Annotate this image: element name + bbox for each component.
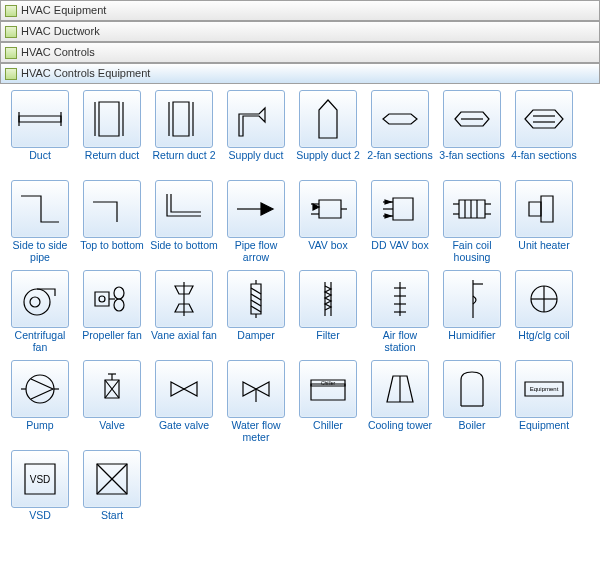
svg-line-46 (251, 300, 261, 306)
gate-valve-icon (155, 360, 213, 418)
stencil-return-duct[interactable]: Return duct (78, 90, 146, 174)
stencil-3-fan-sections[interactable]: 3-fan sections (438, 90, 506, 174)
svg-rect-6 (173, 102, 189, 136)
stencil-label: Supply duct 2 (294, 150, 362, 174)
stencil-boiler[interactable]: Boiler (438, 360, 506, 444)
category-3[interactable]: HVAC Controls Equipment (0, 63, 600, 84)
stencil-water-flow-meter[interactable]: Water flow meter (222, 360, 290, 444)
pipe-flow-arrow-icon (227, 180, 285, 238)
fan-coil-housing-icon (443, 180, 501, 238)
equipment-icon: Equipment (515, 360, 573, 418)
vane-axial-fan-icon (155, 270, 213, 328)
supply-duct-icon (227, 90, 285, 148)
category-0[interactable]: HVAC Equipment (0, 0, 600, 21)
stencil-side-to-side-pipe[interactable]: Side to side pipe (6, 180, 74, 264)
stencil-centrifugal-fan[interactable]: Centrifugal fan (6, 270, 74, 354)
stencil-label: Return duct 2 (150, 150, 218, 174)
stencil-label: Cooling tower (366, 420, 434, 444)
stencil-vav-box[interactable]: VAV box (294, 180, 362, 264)
stencil-htg-clg-coil[interactable]: Htg/clg coil (510, 270, 578, 354)
category-icon (5, 26, 17, 38)
stencil-label: Propeller fan (78, 330, 146, 354)
side-to-side-pipe-icon (11, 180, 69, 238)
stencil-4-fan-sections[interactable]: 4-fan sections (510, 90, 578, 174)
humidifier-icon (443, 270, 501, 328)
svg-marker-13 (261, 203, 273, 215)
stencil-pipe-flow-arrow[interactable]: Pipe flow arrow (222, 180, 290, 264)
stencil-top-to-bottom[interactable]: Top to bottom (78, 180, 146, 264)
stencil-label: 4-fan sections (510, 150, 578, 174)
stencil-propeller-fan[interactable]: Propeller fan (78, 270, 146, 354)
stencil-filter[interactable]: Filter (294, 270, 362, 354)
stencil-label: Return duct (78, 150, 146, 174)
stencil-label: Htg/clg coil (510, 330, 578, 354)
stencil-label: Chiller (294, 420, 362, 444)
svg-rect-34 (529, 202, 541, 216)
svg-rect-33 (541, 196, 553, 222)
stencil-label: Centrifugal fan (6, 330, 74, 354)
water-flow-meter-icon (227, 360, 285, 418)
stencil-label: Pipe flow arrow (222, 240, 290, 264)
stencil-dd-vav-box[interactable]: DD VAV box (366, 180, 434, 264)
stencil-vane-axial-fan[interactable]: Vane axial fan (150, 270, 218, 354)
chiller-icon: Chiller (299, 360, 357, 418)
svg-text:VSD: VSD (30, 474, 51, 485)
stencil-side-to-bottom[interactable]: Side to bottom (150, 180, 218, 264)
svg-rect-19 (393, 198, 413, 220)
stencil-panel: HVAC EquipmentHVAC DuctworkHVAC Controls… (0, 0, 600, 540)
stencil-air-flow-station[interactable]: Air flow station (366, 270, 434, 354)
stencil-label: Vane axial fan (150, 330, 218, 354)
stencil-vsd[interactable]: VSDVSD (6, 450, 74, 534)
category-2[interactable]: HVAC Controls (0, 42, 600, 63)
stencil-cooling-tower[interactable]: Cooling tower (366, 360, 434, 444)
air-flow-station-icon (371, 270, 429, 328)
stencil-label: Pump (6, 420, 74, 444)
cooling-tower-icon (371, 360, 429, 418)
category-1[interactable]: HVAC Ductwork (0, 21, 600, 42)
stencil-equipment[interactable]: EquipmentEquipment (510, 360, 578, 444)
stencil-label: Filter (294, 330, 362, 354)
duct-icon (11, 90, 69, 148)
stencil-valve[interactable]: Valve (78, 360, 146, 444)
stencil-supply-duct[interactable]: Supply duct (222, 90, 290, 174)
stencil-label: 2-fan sections (366, 150, 434, 174)
stencil-gate-valve[interactable]: Gate valve (150, 360, 218, 444)
svg-point-35 (24, 289, 50, 315)
stencil-fan-coil-housing[interactable]: Fain coil housing (438, 180, 506, 264)
svg-point-39 (114, 287, 124, 299)
stencil-humidifier[interactable]: Humidifier (438, 270, 506, 354)
side-to-bottom-icon (155, 180, 213, 238)
stencil-unit-heater[interactable]: Unit heater (510, 180, 578, 264)
category-icon (5, 47, 17, 59)
stencil-start[interactable]: Start (78, 450, 146, 534)
stencil-chiller[interactable]: ChillerChiller (294, 360, 362, 444)
stencil-label: Side to bottom (150, 240, 218, 264)
stencil-pump[interactable]: Pump (6, 360, 74, 444)
stencil-label: Top to bottom (78, 240, 146, 264)
stencil-label: Air flow station (366, 330, 434, 354)
2-fan-sections-icon (371, 90, 429, 148)
start-icon (83, 450, 141, 508)
centrifugal-fan-icon (11, 270, 69, 328)
stencil-supply-duct-2[interactable]: Supply duct 2 (294, 90, 362, 174)
stencil-label: Fain coil housing (438, 240, 506, 264)
stencil-duct[interactable]: Duct (6, 90, 74, 174)
svg-line-45 (251, 294, 261, 300)
htg-clg-coil-icon (515, 270, 573, 328)
svg-rect-14 (319, 200, 341, 218)
stencil-2-fan-sections[interactable]: 2-fan sections (366, 90, 434, 174)
stencil-label: Valve (78, 420, 146, 444)
stencil-return-duct-2[interactable]: Return duct 2 (150, 90, 218, 174)
valve-icon (83, 360, 141, 418)
svg-rect-0 (19, 116, 61, 122)
stencil-damper[interactable]: Damper (222, 270, 290, 354)
svg-text:Equipment: Equipment (530, 386, 559, 392)
svg-marker-17 (313, 204, 319, 210)
unit-heater-icon (515, 180, 573, 238)
3-fan-sections-icon (443, 90, 501, 148)
stencil-label: DD VAV box (366, 240, 434, 264)
stencil-label: Gate valve (150, 420, 218, 444)
damper-icon (227, 270, 285, 328)
category-icon (5, 68, 17, 80)
stencil-label: 3-fan sections (438, 150, 506, 174)
